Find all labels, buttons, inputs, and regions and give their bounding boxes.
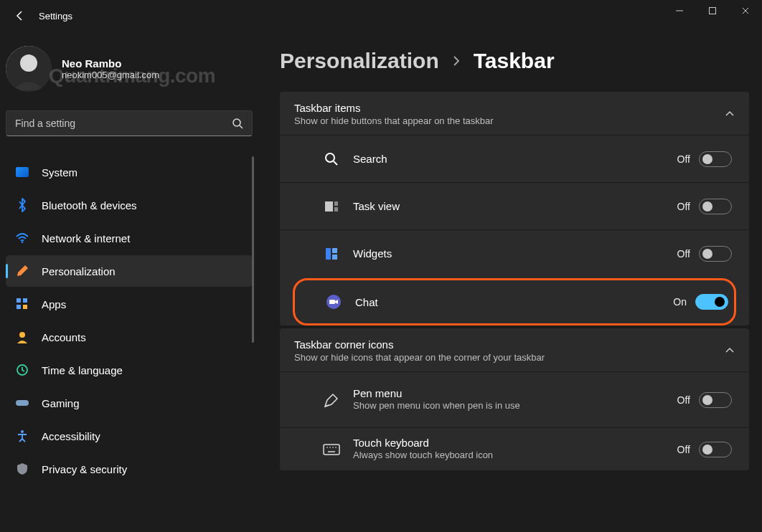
taskview-icon xyxy=(323,198,340,215)
svg-point-14 xyxy=(21,430,24,433)
section-title: Taskbar corner icons xyxy=(294,338,725,351)
svg-rect-20 xyxy=(326,248,331,260)
sidebar-item-privacy[interactable]: Privacy & security xyxy=(6,453,253,485)
breadcrumb-current: Taskbar xyxy=(474,49,555,73)
svg-rect-1 xyxy=(710,8,716,14)
breadcrumb: Personalization Taskbar xyxy=(280,49,749,73)
svg-point-15 xyxy=(326,153,334,162)
wifi-icon xyxy=(14,230,30,246)
toggle-task-view[interactable] xyxy=(699,199,732,214)
row-search: Search Off xyxy=(280,135,749,182)
row-widgets: Widgets Off xyxy=(280,229,749,277)
svg-rect-8 xyxy=(23,298,27,303)
chevron-up-icon xyxy=(725,110,735,118)
row-subtitle: Always show touch keyboard icon xyxy=(353,449,540,462)
toggle-widgets[interactable] xyxy=(699,246,732,262)
toggle-state-label: Off xyxy=(677,248,690,260)
display-icon xyxy=(14,164,30,180)
toggle-state-label: Off xyxy=(677,201,690,212)
svg-rect-13 xyxy=(16,400,29,406)
chat-icon xyxy=(325,293,342,310)
breadcrumb-parent[interactable]: Personalization xyxy=(280,49,439,73)
sidebar-item-bluetooth[interactable]: Bluetooth & devices xyxy=(6,189,253,221)
search-input[interactable] xyxy=(15,118,232,129)
sidebar-item-time-language[interactable]: Time & language xyxy=(6,354,253,386)
section-taskbar-corner-icons: Taskbar corner icons Show or hide icons … xyxy=(280,328,749,470)
row-label: Chat xyxy=(355,296,673,308)
sidebar-item-gaming[interactable]: Gaming xyxy=(6,387,253,419)
toggle-state-label: Off xyxy=(677,153,690,165)
svg-rect-24 xyxy=(329,300,335,304)
minimize-button[interactable] xyxy=(663,0,696,22)
keyboard-icon xyxy=(323,441,340,458)
toggle-state-label: Off xyxy=(677,394,690,406)
svg-rect-18 xyxy=(334,201,338,206)
sidebar-item-system[interactable]: System xyxy=(6,156,253,188)
back-button[interactable] xyxy=(6,1,34,30)
sidebar-item-accounts[interactable]: Accounts xyxy=(6,321,253,353)
svg-rect-10 xyxy=(23,305,27,309)
svg-rect-19 xyxy=(334,207,338,212)
toggle-touch-keyboard[interactable] xyxy=(699,442,732,457)
row-pen-menu: Pen menu Show pen menu icon when pen is … xyxy=(280,371,749,427)
widgets-icon xyxy=(323,245,340,262)
sidebar-item-label: Bluetooth & devices xyxy=(42,199,137,212)
search-input-wrapper[interactable] xyxy=(6,110,253,136)
sidebar-item-apps[interactable]: Apps xyxy=(6,288,253,320)
section-title: Taskbar items xyxy=(294,102,725,114)
row-label: Widgets xyxy=(353,247,677,260)
sidebar-item-label: Accounts xyxy=(42,331,86,343)
accessibility-icon xyxy=(14,428,30,444)
section-header[interactable]: Taskbar corner icons Show or hide icons … xyxy=(280,328,749,371)
chevron-right-icon xyxy=(452,55,461,67)
section-subtitle: Show or hide icons that appear on the co… xyxy=(294,352,725,363)
sidebar-item-accessibility[interactable]: Accessibility xyxy=(6,420,253,452)
bluetooth-icon xyxy=(14,197,30,213)
row-subtitle: Show pen menu icon when pen is in use xyxy=(353,399,540,412)
clock-icon xyxy=(14,362,30,378)
toggle-search[interactable] xyxy=(699,151,732,167)
sidebar-item-label: Personalization xyxy=(42,265,116,277)
avatar xyxy=(6,46,52,92)
svg-point-6 xyxy=(22,242,23,243)
sidebar-item-label: Gaming xyxy=(42,397,80,409)
sidebar-item-label: Time & language xyxy=(42,364,123,376)
section-subtitle: Show or hide buttons that appear on the … xyxy=(294,115,725,126)
maximize-button[interactable] xyxy=(696,0,729,22)
sidebar-item-network[interactable]: Network & internet xyxy=(6,222,253,254)
sidebar-item-label: Apps xyxy=(42,298,66,310)
sidebar-item-label: System xyxy=(42,166,77,179)
svg-rect-9 xyxy=(17,305,21,309)
window-title: Settings xyxy=(39,11,72,22)
svg-line-5 xyxy=(240,125,243,128)
search-icon xyxy=(232,118,243,129)
sidebar-nav: System Bluetooth & devices Network & int… xyxy=(6,156,253,485)
svg-rect-25 xyxy=(324,445,339,455)
sidebar-scrollbar[interactable] xyxy=(252,156,254,343)
svg-rect-17 xyxy=(325,201,333,212)
toggle-chat[interactable] xyxy=(695,294,728,310)
gamepad-icon xyxy=(14,395,30,411)
apps-icon xyxy=(14,296,30,312)
sidebar-item-personalization[interactable]: Personalization xyxy=(6,255,253,287)
chevron-up-icon xyxy=(725,347,735,354)
row-chat: Chat On xyxy=(293,278,736,326)
svg-rect-22 xyxy=(332,255,337,260)
row-label: Task view xyxy=(353,200,677,212)
close-button[interactable] xyxy=(729,0,762,22)
profile-name: Neo Rambo xyxy=(62,57,159,70)
profile-email: neokim005@gmail.com xyxy=(62,70,159,80)
profile-block[interactable]: Neo Rambo neokim005@gmail.com Quantriman… xyxy=(6,43,253,95)
row-task-view: Task view Off xyxy=(280,182,749,229)
svg-rect-7 xyxy=(17,298,21,303)
section-taskbar-items: Taskbar items Show or hide buttons that … xyxy=(280,92,749,326)
toggle-pen-menu[interactable] xyxy=(699,392,732,408)
row-label: Search xyxy=(353,153,677,165)
svg-rect-21 xyxy=(332,248,337,253)
row-label: Touch keyboard xyxy=(353,437,677,449)
row-touch-keyboard: Touch keyboard Always show touch keyboar… xyxy=(280,427,749,470)
shield-icon xyxy=(14,461,30,477)
sidebar-item-label: Network & internet xyxy=(42,232,130,244)
section-header[interactable]: Taskbar items Show or hide buttons that … xyxy=(280,92,749,135)
sidebar-item-label: Privacy & security xyxy=(42,463,127,475)
